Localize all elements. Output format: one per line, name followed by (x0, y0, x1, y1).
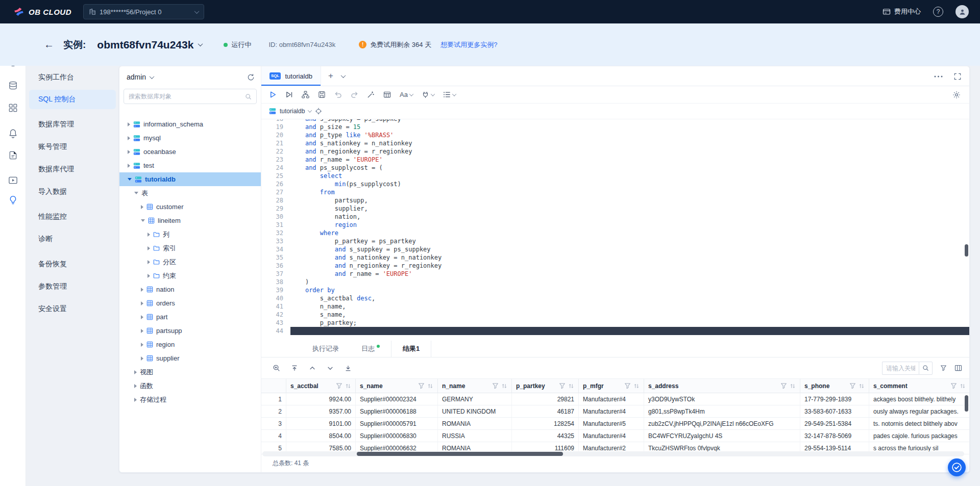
instance-switch-chevron-icon[interactable] (198, 41, 203, 46)
sidebar-icon-database[interactable] (4, 76, 21, 94)
cell-s_address[interactable]: zub2zCV,jhHPPQqi,P2INAjE1zl n66cOEoXFG (644, 418, 800, 429)
horizontal-scrollbar-thumb[interactable] (357, 452, 563, 456)
sort-icon[interactable] (427, 383, 433, 389)
cell-n_name[interactable]: ROMANIA (438, 418, 512, 429)
connection-mode-button[interactable] (422, 91, 434, 98)
sort-icon[interactable] (790, 383, 796, 389)
run-button[interactable] (269, 91, 277, 98)
more-instances-link[interactable]: 想要试用更多实例? (440, 40, 497, 49)
cell-s_phone[interactable]: 17-779-299-1839 (800, 393, 869, 405)
results-tab-3[interactable]: 结果1 (391, 341, 431, 357)
sort-icon[interactable] (633, 383, 640, 389)
column-header-s_comment[interactable]: s_comment (869, 379, 969, 393)
sidebar-icon-video[interactable] (4, 171, 21, 189)
first-row-button[interactable] (291, 365, 298, 372)
code-line-35[interactable]: and s_nationkey = n_nationkey (290, 253, 969, 262)
caret-right-icon[interactable] (141, 356, 143, 361)
cell-s_phone[interactable]: 33-583-607-1633 (800, 405, 869, 417)
code-line-33[interactable]: p_partkey = ps_partkey (290, 237, 969, 245)
zoom-detail-button[interactable] (273, 364, 280, 372)
code-line-32[interactable]: where (290, 229, 969, 237)
cell-p_mfgr[interactable]: Manufacturer#4 (579, 393, 644, 405)
tree-node-存储过程[interactable]: 存储过程 (119, 393, 261, 406)
connection-selector[interactable]: admin (127, 73, 146, 81)
table-row-2[interactable]: 29357.00Supplier#000006188UNITED KINGDOM… (261, 405, 969, 418)
nav-item-3[interactable]: 数据库管理 (29, 115, 116, 134)
tree-node-part[interactable]: part (119, 310, 261, 324)
tree-node-orders[interactable]: orders (119, 296, 261, 310)
caret-down-icon[interactable] (128, 178, 132, 181)
tree-node-tutorialdb[interactable]: tutorialdb (119, 172, 261, 186)
cell-n_name[interactable]: GERMANY (438, 393, 512, 405)
cell-p_mfgr[interactable]: Manufacturer#4 (579, 430, 644, 442)
redo-button[interactable] (351, 91, 358, 98)
column-header-s_name[interactable]: s_name (356, 379, 438, 393)
results-vertical-scrollbar[interactable] (965, 395, 968, 412)
tree-node-约束[interactable]: 约束 (119, 269, 261, 283)
code-line-20[interactable]: and p_type like '%BRASS' (290, 131, 969, 139)
undo-button[interactable] (334, 91, 342, 98)
caret-right-icon[interactable] (134, 384, 137, 388)
code-line-26[interactable]: min(ps_supplycost) (290, 180, 969, 188)
nav-item-2[interactable]: SQL 控制台 (29, 90, 116, 109)
code-line-42[interactable]: s_name, (290, 311, 969, 319)
tree-search-input[interactable] (129, 93, 245, 100)
table-row-3[interactable]: 39101.00Supplier#000005791ROMANIA128254M… (261, 418, 969, 430)
cell-s_comment[interactable]: ously always regular packages. (869, 405, 969, 417)
sql-editor[interactable]: 1819202122232425262728293031323334353637… (261, 119, 969, 341)
code-line-44[interactable] (290, 327, 969, 335)
caret-right-icon[interactable] (148, 260, 150, 264)
cell-s_acctbal[interactable]: 9924.00 (286, 393, 356, 405)
code-line-30[interactable]: nation, (290, 213, 969, 221)
cell-s_acctbal[interactable]: 9101.00 (286, 418, 356, 429)
feedback-button[interactable] (948, 458, 966, 476)
column-settings-button[interactable] (954, 364, 962, 372)
column-header-s_phone[interactable]: s_phone (800, 379, 869, 393)
code-line-24[interactable]: and ps_supplycost = ( (290, 164, 969, 172)
locate-object-icon[interactable] (315, 108, 322, 115)
format-button[interactable] (367, 91, 375, 98)
previous-row-button[interactable] (309, 365, 316, 372)
caret-right-icon[interactable] (141, 301, 143, 305)
cell-s_phone[interactable]: 29-549-251-5384 (800, 418, 869, 429)
new-tab-button[interactable]: + (328, 71, 333, 81)
table-row-4[interactable]: 48504.00Supplier#000006830RUSSIA44325Man… (261, 430, 969, 442)
column-header-s_acctbal[interactable]: s_acctbal (286, 379, 356, 393)
filter-button[interactable] (940, 365, 947, 371)
caret-right-icon[interactable] (141, 329, 143, 333)
tree-node-表[interactable]: 表 (119, 186, 261, 200)
help-button[interactable]: ? (933, 7, 943, 17)
cell-s_comment[interactable]: ts. notornis detect blithely abov (869, 418, 969, 429)
code-line-19[interactable]: and p_size = 15 (290, 123, 969, 131)
cell-s_comment[interactable]: pades cajole. furious packages (869, 430, 969, 442)
filter-icon[interactable] (950, 382, 957, 389)
nav-item-5[interactable]: 数据库代理 (29, 160, 116, 179)
nav-item-1[interactable]: 实例工作台 (29, 68, 116, 87)
code-lines[interactable]: and s_suppkey = ps_suppkey and p_size = … (290, 119, 969, 335)
code-line-40[interactable]: s_acctbal desc, (290, 294, 969, 302)
nav-item-6[interactable]: 导入数据 (29, 182, 116, 201)
filter-icon[interactable] (780, 382, 787, 389)
code-line-39[interactable]: order by (290, 286, 969, 294)
font-size-button[interactable]: Aa (400, 91, 413, 98)
tree-node-nation[interactable]: nation (119, 283, 261, 296)
sort-icon[interactable] (501, 383, 507, 389)
code-line-38[interactable]: ) (290, 278, 969, 286)
caret-down-icon[interactable] (141, 219, 145, 222)
caret-right-icon[interactable] (134, 398, 137, 402)
refresh-button[interactable] (247, 73, 255, 81)
nav-item-11[interactable]: 安全设置 (29, 299, 116, 319)
cell-p_partkey[interactable]: 44325 (512, 430, 579, 442)
cell-s_name[interactable]: Supplier#000002324 (356, 393, 438, 405)
connection-chevron-icon[interactable] (150, 74, 155, 79)
keyword-input[interactable] (882, 362, 919, 375)
code-line-25[interactable]: select (290, 172, 969, 180)
tree-node-索引[interactable]: 索引 (119, 241, 261, 255)
code-line-27[interactable]: from (290, 188, 969, 196)
filter-icon[interactable] (336, 382, 342, 389)
sort-icon[interactable] (345, 383, 351, 389)
nav-item-10[interactable]: 参数管理 (29, 277, 116, 296)
table-row-1[interactable]: 19924.00Supplier#000002324GERMANY29821Ma… (261, 393, 969, 405)
run-selection-button[interactable] (285, 91, 293, 98)
tree-node-lineitem[interactable]: lineitem (119, 214, 261, 227)
